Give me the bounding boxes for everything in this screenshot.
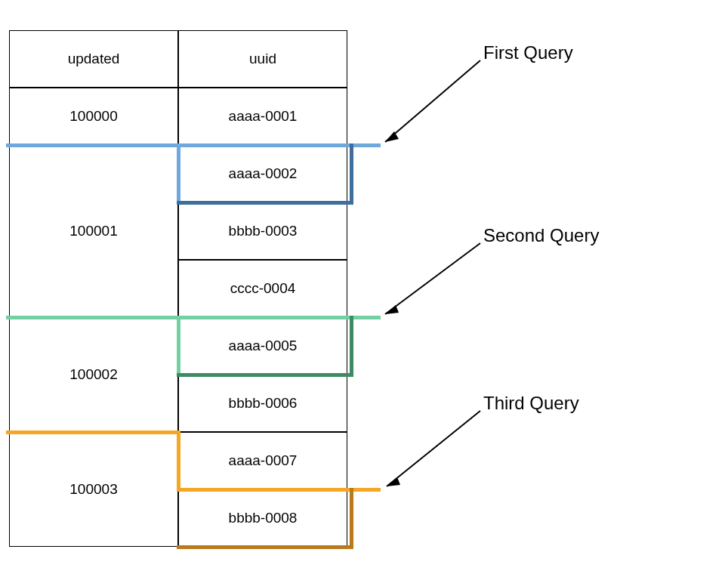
cell-updated-3: 100003 [9,432,178,547]
col-header-updated: updated [9,30,178,88]
cell-updated-0: 100000 [9,88,178,145]
cell-uuid-3-0: aaaa-0007 [178,432,347,489]
svg-marker-3 [385,305,399,314]
cell-uuid-1-0: aaaa-0002 [178,145,347,202]
svg-marker-1 [385,131,399,142]
third-query-right-vertical [350,488,353,549]
svg-line-2 [385,243,480,314]
second-query-label: Second Query [483,225,599,246]
svg-line-0 [385,60,480,142]
first-query-right-vertical [350,143,353,205]
svg-line-4 [387,411,480,486]
cell-uuid-3-1: bbbb-0008 [178,489,347,547]
col-header-uuid: uuid [178,30,347,88]
first-query-label: First Query [483,42,573,63]
cell-updated-1: 100001 [9,145,178,317]
diagram-canvas: updated uuid 100000 aaaa-0001 100001 aaa… [0,0,728,577]
cell-uuid-2-1: bbbb-0006 [178,375,347,432]
third-query-label: Third Query [483,393,579,414]
cell-updated-2: 100002 [9,317,178,432]
cell-uuid-0-0: aaaa-0001 [178,88,347,145]
second-query-right-vertical [350,316,353,377]
cell-uuid-1-2: cccc-0004 [178,260,347,317]
svg-marker-5 [387,477,400,486]
cell-uuid-1-1: bbbb-0003 [178,202,347,260]
cell-uuid-2-0: aaaa-0005 [178,317,347,375]
